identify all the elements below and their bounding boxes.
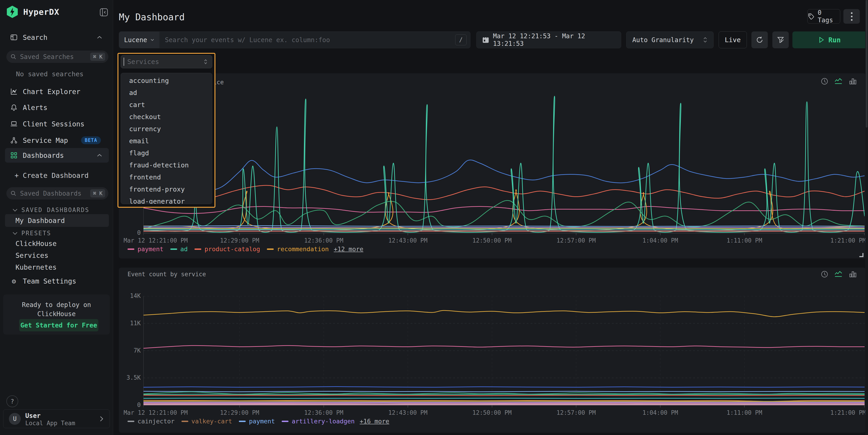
x-axis-tick-label: 1:21:00 PM [830, 237, 866, 244]
line-chart-toggle-icon[interactable] [834, 270, 843, 278]
service-option[interactable]: checkout [121, 111, 212, 123]
sidebar: HyperDX Search ⌘ K No saved searches [0, 0, 113, 435]
time-picker-icon[interactable] [820, 270, 828, 278]
legend-item[interactable]: product-catalog [194, 246, 260, 253]
refresh-icon [756, 36, 763, 43]
legend-more-link[interactable]: +12 more [334, 246, 364, 253]
sidebar-item-services[interactable]: Services [5, 250, 109, 261]
sidebar-item-label: Client Sessions [23, 120, 85, 128]
series-red [144, 395, 865, 396]
user-menu[interactable]: U User Local App Team [3, 409, 110, 428]
service-option[interactable]: ad [121, 87, 212, 99]
live-button[interactable]: Live [719, 31, 747, 48]
sidebar-item-alerts[interactable]: Alerts [0, 102, 113, 113]
time-picker-icon[interactable] [820, 77, 828, 85]
create-dashboard-button[interactable]: + Create Dashboard [0, 170, 113, 181]
sidebar-item-dashboards[interactable]: Dashboards [5, 148, 109, 163]
service-option[interactable]: frontend-proxy [121, 183, 212, 195]
service-option[interactable]: flagd [121, 147, 212, 159]
line-chart-toggle-icon[interactable] [834, 77, 843, 85]
sidebar-item-search[interactable]: Search [0, 32, 113, 43]
service-option[interactable]: accounting [121, 74, 212, 87]
legend-item[interactable]: payment [127, 246, 163, 253]
query-language-select[interactable]: Lucene [119, 32, 159, 48]
series-teal [144, 394, 865, 395]
refresh-button[interactable] [751, 31, 768, 48]
saved-searches-search[interactable]: ⌘ K [6, 51, 108, 63]
legend-item[interactable]: payment [239, 418, 275, 425]
section-label: SAVED DASHBOARDS [22, 207, 89, 213]
dashboard-menu-button[interactable] [843, 9, 860, 24]
filter-button[interactable] [772, 31, 789, 48]
legend-item[interactable]: valkey-cart [182, 418, 232, 425]
chevron-down-icon [150, 38, 154, 41]
sidebar-item-chart-explorer[interactable]: Chart Explorer [0, 86, 113, 97]
preset-label: ClickHouse [16, 240, 57, 248]
legend-item[interactable]: artillery-loadgen [282, 418, 354, 425]
calendar-icon [483, 36, 489, 43]
service-option[interactable]: currency [121, 123, 212, 135]
event-search-input[interactable] [159, 36, 455, 44]
sidebar-item-service-map[interactable]: Service Map BETA [0, 135, 113, 146]
app-logo[interactable]: HyperDX [6, 5, 59, 18]
hyperdx-logo-icon [6, 5, 18, 18]
dashboard-link-label: My Dashboard [16, 217, 65, 224]
date-range-label: Mar 12 12:21:53 - Mar 12 13:21:53 [493, 32, 615, 48]
services-filter-input[interactable] [124, 58, 203, 66]
chevron-up-down-icon [703, 37, 708, 43]
saved-searches-input[interactable] [20, 53, 90, 61]
filter-edit-icon [777, 36, 784, 43]
legend-item[interactable]: cainjector [127, 418, 175, 425]
service-option[interactable]: cart [121, 99, 212, 111]
section-saved-dashboards[interactable]: SAVED DASHBOARDS [12, 205, 89, 215]
y-axis-tick-label: 0 [119, 229, 141, 236]
legend-label: payment [137, 246, 163, 253]
date-range-picker[interactable]: Mar 12 12:21:53 - Mar 12 13:21:53 [476, 31, 621, 48]
resize-handle-icon[interactable] [858, 251, 863, 257]
service-option[interactable]: frontend [121, 171, 212, 183]
x-axis-tick-label: 1:04:00 PM [642, 237, 678, 244]
bar-chart-toggle-icon[interactable] [849, 77, 857, 85]
tags-button[interactable]: 0 Tags [807, 9, 840, 24]
service-option[interactable]: email [121, 135, 212, 147]
x-axis-tick-label: Mar 12 12:21:00 PM [124, 237, 188, 244]
section-label: PRESETS [22, 230, 51, 237]
dashboards-row-inner: Dashboards [0, 150, 113, 161]
preset-label: Services [16, 251, 49, 259]
user-team: Local App Team [25, 420, 75, 427]
sidebar-item-kubernetes[interactable]: Kubernetes [5, 261, 109, 273]
y-axis-tick-label: 14K [119, 292, 141, 299]
sidebar-item-label: Chart Explorer [23, 88, 81, 96]
legend-label: ad [180, 246, 188, 253]
saved-dashboards-input[interactable] [20, 189, 90, 197]
saved-dashboards-search[interactable]: ⌘ K [6, 187, 108, 199]
legend-swatch [239, 421, 246, 422]
bar-chart-toggle-icon[interactable] [849, 270, 857, 278]
section-presets[interactable]: PRESETS [12, 228, 51, 238]
page-scrollbar[interactable] [865, 0, 868, 435]
service-option[interactable]: load-generator [121, 195, 212, 204]
search-panel-icon [10, 34, 18, 41]
user-name: User [25, 412, 40, 420]
service-option[interactable]: fraud-detection [121, 159, 212, 171]
x-axis-tick-label: 12:57:00 PM [557, 409, 596, 416]
legend-more-link[interactable]: +16 more [360, 418, 390, 425]
x-axis-tick-label: 1:11:00 PM [726, 237, 762, 244]
get-started-button[interactable]: Get Started for Free [19, 319, 98, 331]
help-button[interactable]: ? [6, 395, 18, 407]
sidebar-item-label: Search [23, 33, 48, 41]
services-select[interactable] [121, 55, 212, 68]
sidebar-item-clickhouse[interactable]: ClickHouse [5, 238, 109, 249]
sidebar-item-team-settings[interactable]: ⚙ Team Settings [0, 276, 113, 286]
legend-item[interactable]: recommendation [267, 246, 329, 253]
sidebar-item-my-dashboard[interactable]: My Dashboard [5, 214, 109, 227]
run-button[interactable]: Run [793, 31, 867, 48]
sidebar-collapse-icon[interactable] [98, 7, 109, 18]
legend-swatch [282, 421, 288, 422]
scrollbar-thumb[interactable] [866, 0, 868, 128]
legend-item[interactable]: ad [170, 246, 188, 253]
series-lightblue [144, 226, 865, 226]
x-axis-tick-label: 12:50:00 PM [472, 409, 512, 416]
granularity-select[interactable]: Auto Granularity [626, 31, 714, 48]
sidebar-item-client-sessions[interactable]: Client Sessions [0, 118, 113, 129]
